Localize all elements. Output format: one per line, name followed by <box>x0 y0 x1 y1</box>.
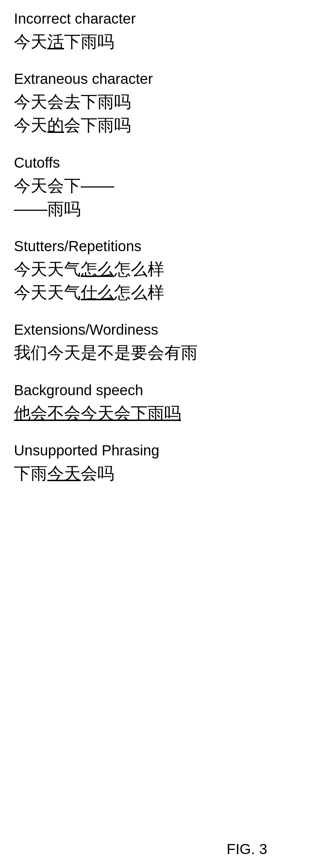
section-title-extraneous-character: Extraneous character <box>14 71 295 87</box>
chinese-line-unsupported-phrasing-0: 下雨今天会吗 <box>14 462 295 485</box>
section-extraneous-character: Extraneous character今天会去下雨吗今天的会下雨吗 <box>14 71 295 137</box>
section-title-cutoffs: Cutoffs <box>14 154 295 171</box>
underlined-text-extraneous-character-1-1: 的 <box>47 116 64 134</box>
page-wrapper: Incorrect character今天活下雨吗Extraneous char… <box>14 10 295 868</box>
underlined-text-stutters-repetitions-1-1: 仕么 <box>81 283 114 302</box>
section-title-unsupported-phrasing: Unsupported Phrasing <box>14 442 295 459</box>
section-unsupported-phrasing: Unsupported Phrasing下雨今天会吗 <box>14 442 295 485</box>
sections-container: Incorrect character今天活下雨吗Extraneous char… <box>14 10 295 485</box>
chinese-line-cutoffs-1: ——雨吗 <box>14 197 295 221</box>
section-cutoffs: Cutoffs今天会下————雨吗 <box>14 154 295 221</box>
section-stutters-repetitions: Stutters/Repetitions今天天气怎么怎么样今天天气仕么怎么样 <box>14 238 295 304</box>
section-title-background-speech: Background speech <box>14 382 295 399</box>
chinese-line-stutters-repetitions-1: 今天天气仕么怎么样 <box>14 281 295 304</box>
chinese-line-extraneous-character-1: 今天的会下雨吗 <box>14 113 295 137</box>
section-extensions-wordiness: Extensions/Wordiness我们今天是不是要会有雨 <box>14 321 295 364</box>
chinese-line-cutoffs-0: 今天会下—— <box>14 174 295 197</box>
underlined-text-incorrect-character-0-1: 活 <box>47 32 64 51</box>
chinese-line-stutters-repetitions-0: 今天天气怎么怎么样 <box>14 257 295 281</box>
chinese-line-extensions-wordiness-0: 我们今天是不是要会有雨 <box>14 341 295 364</box>
section-incorrect-character: Incorrect character今天活下雨吗 <box>14 10 295 53</box>
chinese-line-extraneous-character-0: 今天会去下雨吗 <box>14 90 295 113</box>
underlined-text-background-speech-0-0: 他会不会今天会下雨吗 <box>14 404 181 422</box>
section-background-speech: Background speech他会不会今天会下雨吗 <box>14 382 295 425</box>
underlined-text-unsupported-phrasing-0-1: 今天 <box>47 464 81 483</box>
section-title-stutters-repetitions: Stutters/Repetitions <box>14 238 295 255</box>
chinese-line-incorrect-character-0: 今天活下雨吗 <box>14 30 295 53</box>
section-title-extensions-wordiness: Extensions/Wordiness <box>14 321 295 338</box>
section-title-incorrect-character: Incorrect character <box>14 10 295 27</box>
figure-label: FIG. 3 <box>227 841 267 858</box>
underlined-text-stutters-repetitions-0-1: 怎么 <box>81 260 114 278</box>
chinese-line-background-speech-0: 他会不会今天会下雨吗 <box>14 401 295 425</box>
